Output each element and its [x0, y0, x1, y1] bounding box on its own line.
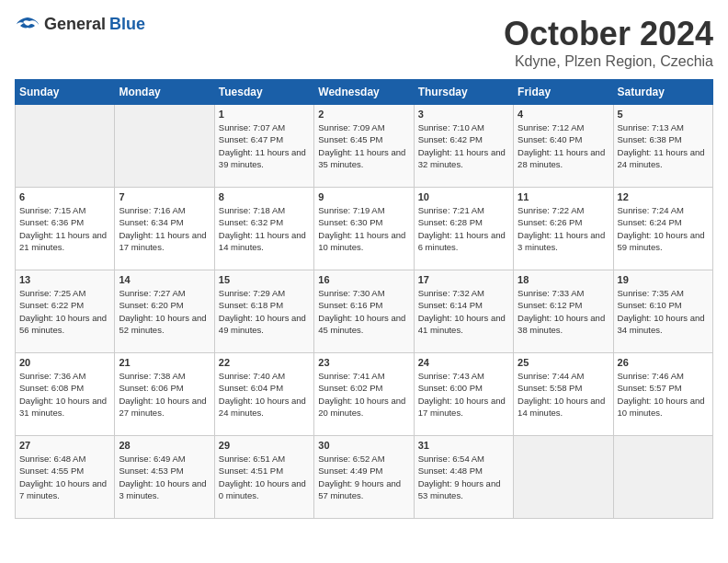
calendar-cell: 14Sunrise: 7:27 AMSunset: 6:20 PMDayligh… — [115, 270, 214, 353]
cell-info: Sunrise: 7:30 AMSunset: 6:16 PMDaylight:… — [318, 287, 409, 336]
cell-info: Sunrise: 6:52 AMSunset: 4:49 PMDaylight:… — [318, 453, 409, 501]
cell-info: Sunrise: 7:15 AMSunset: 6:36 PMDaylight:… — [19, 204, 110, 253]
day-number: 25 — [518, 357, 609, 368]
cell-info: Sunrise: 6:48 AMSunset: 4:55 PMDaylight:… — [19, 453, 110, 501]
calendar-cell: 30Sunrise: 6:52 AMSunset: 4:49 PMDayligh… — [314, 436, 414, 519]
calendar-cell: 22Sunrise: 7:40 AMSunset: 6:04 PMDayligh… — [214, 353, 313, 436]
calendar-cell: 5Sunrise: 7:13 AMSunset: 6:38 PMDaylight… — [613, 105, 712, 188]
cell-info: Sunrise: 7:29 AMSunset: 6:18 PMDaylight:… — [219, 287, 310, 336]
calendar-week-row: 6Sunrise: 7:15 AMSunset: 6:36 PMDaylight… — [16, 188, 713, 270]
calendar-cell: 7Sunrise: 7:16 AMSunset: 6:34 PMDaylight… — [115, 188, 214, 270]
day-number: 23 — [318, 357, 409, 368]
cell-info: Sunrise: 7:33 AMSunset: 6:12 PMDaylight:… — [518, 287, 609, 336]
day-number: 27 — [19, 440, 110, 451]
calendar-cell: 13Sunrise: 7:25 AMSunset: 6:22 PMDayligh… — [16, 270, 115, 353]
day-number: 30 — [318, 440, 409, 451]
day-number: 19 — [618, 274, 709, 285]
day-number: 16 — [318, 274, 409, 285]
day-number: 7 — [119, 191, 210, 202]
calendar-cell — [16, 105, 115, 188]
calendar-cell: 15Sunrise: 7:29 AMSunset: 6:18 PMDayligh… — [214, 270, 313, 353]
calendar-cell — [613, 436, 712, 519]
location-title: Kdyne, Plzen Region, Czechia — [504, 53, 713, 70]
day-number: 11 — [518, 191, 609, 202]
cell-info: Sunrise: 6:49 AMSunset: 4:53 PMDaylight:… — [119, 453, 210, 501]
calendar-week-row: 1Sunrise: 7:07 AMSunset: 6:47 PMDaylight… — [16, 105, 713, 188]
cell-info: Sunrise: 7:38 AMSunset: 6:06 PMDaylight:… — [119, 370, 210, 419]
cell-info: Sunrise: 7:22 AMSunset: 6:26 PMDaylight:… — [518, 204, 609, 253]
day-number: 21 — [119, 357, 210, 368]
day-number: 31 — [418, 440, 509, 451]
logo-bird-icon — [15, 16, 40, 34]
calendar-table: SundayMondayTuesdayWednesdayThursdayFrid… — [15, 79, 713, 519]
calendar-cell: 29Sunrise: 6:51 AMSunset: 4:51 PMDayligh… — [214, 436, 313, 519]
day-number: 1 — [219, 109, 310, 120]
day-of-week-header: Wednesday — [314, 80, 414, 105]
day-number: 22 — [219, 357, 310, 368]
day-number: 10 — [418, 191, 509, 202]
logo-blue-text: Blue — [109, 15, 145, 34]
calendar-cell: 16Sunrise: 7:30 AMSunset: 6:16 PMDayligh… — [314, 270, 414, 353]
logo: General Blue — [15, 15, 145, 34]
day-number: 18 — [518, 274, 609, 285]
logo-general-text: General — [44, 15, 106, 34]
calendar-week-row: 27Sunrise: 6:48 AMSunset: 4:55 PMDayligh… — [16, 436, 713, 519]
calendar-cell: 1Sunrise: 7:07 AMSunset: 6:47 PMDaylight… — [214, 105, 313, 188]
calendar-cell: 31Sunrise: 6:54 AMSunset: 4:48 PMDayligh… — [414, 436, 513, 519]
day-number: 29 — [219, 440, 310, 451]
calendar-cell: 8Sunrise: 7:18 AMSunset: 6:32 PMDaylight… — [214, 188, 313, 270]
day-of-week-header: Tuesday — [214, 80, 313, 105]
day-number: 14 — [119, 274, 210, 285]
day-number: 24 — [418, 357, 509, 368]
month-title: October 2024 — [504, 15, 713, 53]
cell-info: Sunrise: 7:32 AMSunset: 6:14 PMDaylight:… — [418, 287, 509, 336]
calendar-cell — [514, 436, 613, 519]
calendar-cell: 17Sunrise: 7:32 AMSunset: 6:14 PMDayligh… — [414, 270, 513, 353]
calendar-header-row: SundayMondayTuesdayWednesdayThursdayFrid… — [16, 80, 713, 105]
cell-info: Sunrise: 7:12 AMSunset: 6:40 PMDaylight:… — [518, 121, 609, 170]
cell-info: Sunrise: 7:19 AMSunset: 6:30 PMDaylight:… — [318, 204, 409, 253]
day-number: 6 — [19, 191, 110, 202]
calendar-cell: 28Sunrise: 6:49 AMSunset: 4:53 PMDayligh… — [115, 436, 214, 519]
day-of-week-header: Sunday — [16, 80, 115, 105]
cell-info: Sunrise: 7:21 AMSunset: 6:28 PMDaylight:… — [418, 204, 509, 253]
cell-info: Sunrise: 7:43 AMSunset: 6:00 PMDaylight:… — [418, 370, 509, 419]
calendar-cell: 21Sunrise: 7:38 AMSunset: 6:06 PMDayligh… — [115, 353, 214, 436]
cell-info: Sunrise: 7:36 AMSunset: 6:08 PMDaylight:… — [19, 370, 110, 419]
cell-info: Sunrise: 7:24 AMSunset: 6:24 PMDaylight:… — [618, 204, 709, 253]
day-number: 5 — [618, 109, 709, 120]
day-number: 9 — [318, 191, 409, 202]
calendar-cell: 23Sunrise: 7:41 AMSunset: 6:02 PMDayligh… — [314, 353, 414, 436]
calendar-cell: 3Sunrise: 7:10 AMSunset: 6:42 PMDaylight… — [414, 105, 513, 188]
cell-info: Sunrise: 7:44 AMSunset: 5:58 PMDaylight:… — [518, 370, 609, 419]
cell-info: Sunrise: 7:09 AMSunset: 6:45 PMDaylight:… — [318, 121, 409, 170]
calendar-cell — [115, 105, 214, 188]
cell-info: Sunrise: 6:54 AMSunset: 4:48 PMDaylight:… — [418, 453, 509, 501]
calendar-cell: 27Sunrise: 6:48 AMSunset: 4:55 PMDayligh… — [16, 436, 115, 519]
cell-info: Sunrise: 7:25 AMSunset: 6:22 PMDaylight:… — [19, 287, 110, 336]
day-number: 13 — [19, 274, 110, 285]
calendar-cell: 12Sunrise: 7:24 AMSunset: 6:24 PMDayligh… — [613, 188, 712, 270]
cell-info: Sunrise: 7:46 AMSunset: 5:57 PMDaylight:… — [618, 370, 709, 419]
day-number: 17 — [418, 274, 509, 285]
cell-info: Sunrise: 7:27 AMSunset: 6:20 PMDaylight:… — [119, 287, 210, 336]
calendar-cell: 26Sunrise: 7:46 AMSunset: 5:57 PMDayligh… — [613, 353, 712, 436]
calendar-cell: 24Sunrise: 7:43 AMSunset: 6:00 PMDayligh… — [414, 353, 513, 436]
calendar-week-row: 20Sunrise: 7:36 AMSunset: 6:08 PMDayligh… — [16, 353, 713, 436]
calendar-cell: 25Sunrise: 7:44 AMSunset: 5:58 PMDayligh… — [514, 353, 613, 436]
cell-info: Sunrise: 7:07 AMSunset: 6:47 PMDaylight:… — [219, 121, 310, 170]
title-area: October 2024 Kdyne, Plzen Region, Czechi… — [504, 15, 713, 70]
cell-info: Sunrise: 7:16 AMSunset: 6:34 PMDaylight:… — [119, 204, 210, 253]
header: General Blue October 2024 Kdyne, Plzen R… — [15, 15, 713, 70]
calendar-cell: 11Sunrise: 7:22 AMSunset: 6:26 PMDayligh… — [514, 188, 613, 270]
day-number: 15 — [219, 274, 310, 285]
day-number: 8 — [219, 191, 310, 202]
calendar-cell: 18Sunrise: 7:33 AMSunset: 6:12 PMDayligh… — [514, 270, 613, 353]
day-number: 2 — [318, 109, 409, 120]
day-number: 26 — [618, 357, 709, 368]
calendar-cell: 19Sunrise: 7:35 AMSunset: 6:10 PMDayligh… — [613, 270, 712, 353]
calendar-cell: 10Sunrise: 7:21 AMSunset: 6:28 PMDayligh… — [414, 188, 513, 270]
day-number: 4 — [518, 109, 609, 120]
day-of-week-header: Saturday — [613, 80, 712, 105]
day-of-week-header: Friday — [514, 80, 613, 105]
